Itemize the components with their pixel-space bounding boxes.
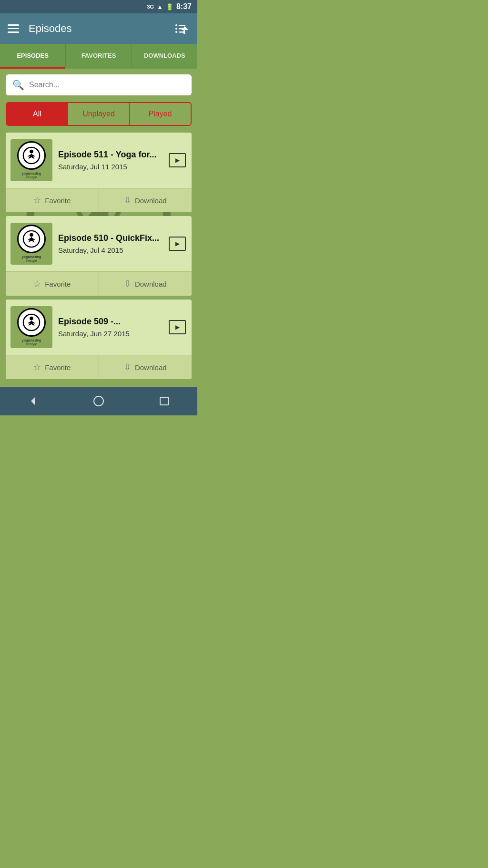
favorite-button-511[interactable]: ☆ Favorite — [6, 188, 99, 212]
episode-actions-510: ☆ Favorite ⇩ Download — [6, 271, 192, 296]
filter-all-button[interactable]: All — [7, 103, 68, 125]
episode-title-509: Episode 509 -... — [58, 317, 164, 327]
yogamazing-logo-icon-510 — [22, 230, 41, 248]
episode-actions-509: ☆ Favorite ⇩ Download — [6, 355, 192, 379]
clock: 8:37 — [176, 2, 192, 11]
tab-downloads[interactable]: DOWNLOADS — [132, 44, 197, 67]
back-button[interactable] — [19, 387, 47, 415]
search-icon: 🔍 — [12, 79, 24, 91]
hamburger-menu[interactable] — [8, 24, 19, 33]
episode-date-509: Saturday, Jun 27 2015 — [58, 330, 164, 338]
download-icon-511: ⇩ — [124, 195, 131, 206]
download-button-510[interactable]: ⇩ Download — [99, 272, 192, 296]
episode-logo-510: yogamazing lifestyle — [10, 223, 52, 265]
filter-row: All Unplayed Played — [6, 102, 192, 126]
star-icon-509: ☆ — [33, 362, 41, 372]
brand-text-509: yogamazing lifestyle — [22, 339, 41, 347]
svg-marker-22 — [31, 397, 35, 405]
video-icon-511[interactable] — [169, 153, 186, 167]
episode-title-510: Episode 510 - QuickFix... — [58, 233, 164, 244]
svg-point-1 — [175, 28, 177, 30]
content-area: 🔍 All Unplayed Played — [0, 69, 197, 383]
search-input[interactable] — [29, 81, 185, 89]
tab-favorites[interactable]: FAVORITES — [66, 44, 132, 67]
download-icon-509: ⇩ — [124, 362, 131, 372]
episode-top-510[interactable]: yogamazing lifestyle Episode 510 - Quick… — [6, 216, 192, 271]
episode-top-511[interactable]: yogamazing lifestyle Episode 511 - Yoga … — [6, 133, 192, 188]
download-button-511[interactable]: ⇩ Download — [99, 188, 192, 212]
yogamazing-logo-icon-509 — [22, 313, 41, 331]
logo-circle-509 — [17, 308, 46, 337]
episode-info-509: Episode 509 -... Saturday, Jun 27 2015 — [58, 317, 164, 338]
page-title: Episodes — [29, 22, 173, 35]
episode-logo-511: yogamazing lifestyle — [10, 139, 52, 181]
home-button[interactable] — [84, 387, 113, 415]
episode-card-509: yogamazing lifestyle Episode 509 -... Sa… — [6, 300, 192, 379]
battery-icon: 🔋 — [166, 3, 173, 10]
download-queue-button[interactable] — [173, 21, 190, 37]
svg-point-2 — [175, 31, 177, 33]
search-bar[interactable]: 🔍 — [6, 74, 192, 95]
bottom-nav — [0, 387, 197, 415]
status-bar: 3G ▲ 🔋 8:37 — [0, 0, 197, 13]
star-icon-511: ☆ — [33, 195, 41, 206]
back-icon — [27, 395, 39, 407]
yogamazing-logo-icon — [22, 146, 41, 165]
episode-date-510: Saturday, Jul 4 2015 — [58, 246, 164, 254]
episode-top-509[interactable]: yogamazing lifestyle Episode 509 -... Sa… — [6, 300, 192, 355]
hamburger-line-3 — [8, 31, 19, 33]
svg-point-0 — [175, 24, 177, 26]
favorite-button-510[interactable]: ☆ Favorite — [6, 272, 99, 296]
svg-point-19 — [30, 316, 33, 320]
topbar: Episodes — [0, 13, 197, 44]
signal-bars: ▲ — [157, 3, 163, 10]
svg-point-23 — [94, 396, 103, 406]
download-queue-icon — [173, 21, 190, 37]
recents-button[interactable] — [150, 387, 179, 415]
home-icon — [93, 395, 104, 407]
download-icon-510: ⇩ — [124, 279, 131, 289]
svg-rect-24 — [160, 397, 169, 405]
signal-indicator: 3G — [147, 4, 154, 10]
filter-played-button[interactable]: Played — [130, 103, 191, 125]
svg-point-11 — [30, 149, 33, 153]
episode-info-511: Episode 511 - Yoga for... Saturday, Jul … — [58, 150, 164, 171]
brand-text-511: yogamazing lifestyle — [22, 172, 41, 180]
brand-text-510: yogamazing lifestyle — [22, 255, 41, 263]
episode-logo-509: yogamazing lifestyle — [10, 306, 52, 348]
svg-point-15 — [30, 233, 33, 237]
tab-bar: EPISODES FAVORITES DOWNLOADS — [0, 44, 197, 69]
episode-date-511: Saturday, Jul 11 2015 — [58, 163, 164, 171]
episode-list: yogamazing lifestyle Episode 511 - Yoga … — [6, 133, 192, 383]
tab-episodes[interactable]: EPISODES — [0, 44, 66, 67]
hamburger-line-2 — [8, 28, 19, 30]
video-icon-509[interactable] — [169, 320, 186, 334]
logo-circle-510 — [17, 225, 46, 253]
download-button-509[interactable]: ⇩ Download — [99, 355, 192, 379]
episode-info-510: Episode 510 - QuickFix... Saturday, Jul … — [58, 233, 164, 255]
filter-unplayed-button[interactable]: Unplayed — [68, 103, 130, 125]
episode-actions-511: ☆ Favorite ⇩ Download — [6, 188, 192, 212]
episode-title-511: Episode 511 - Yoga for... — [58, 150, 164, 160]
favorite-button-509[interactable]: ☆ Favorite — [6, 355, 99, 379]
recents-icon — [159, 395, 170, 407]
episode-card-511: yogamazing lifestyle Episode 511 - Yoga … — [6, 133, 192, 212]
video-icon-510[interactable] — [169, 237, 186, 251]
logo-circle-511 — [17, 141, 46, 170]
star-icon-510: ☆ — [33, 279, 41, 289]
main-content: 🔍 All Unplayed Played — [0, 69, 197, 383]
episode-card-510: yogamazing lifestyle Episode 510 - Quick… — [6, 216, 192, 296]
hamburger-line-1 — [8, 24, 19, 26]
svg-rect-3 — [179, 25, 185, 26]
svg-rect-7 — [183, 30, 185, 34]
